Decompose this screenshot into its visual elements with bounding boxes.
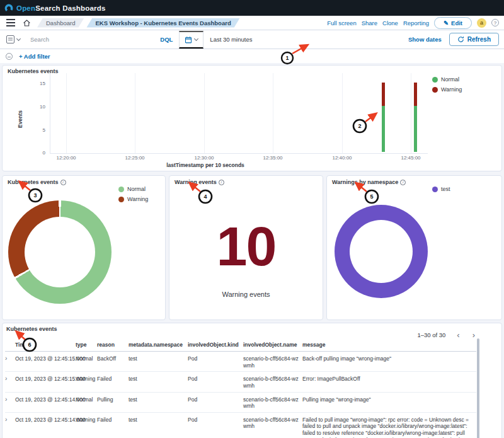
- reporting-link[interactable]: Reporting: [403, 20, 429, 26]
- brand-title: OpenSearch Dashboards: [16, 4, 106, 12]
- gridline: [273, 73, 273, 153]
- normal-bar-segment[interactable]: [414, 106, 417, 152]
- refresh-button[interactable]: Refresh: [449, 33, 499, 46]
- expand-row-icon[interactable]: ›: [5, 413, 15, 425]
- dashboard-content: Kubernetes events Events 15 10 5 0 12:20…: [0, 63, 504, 438]
- pencil-icon: ✎: [444, 20, 449, 26]
- y-axis-label: Events: [17, 110, 23, 128]
- legend-item-warning[interactable]: Warning: [118, 196, 148, 202]
- avatar[interactable]: a: [477, 18, 486, 28]
- x-tick: 12:45:00: [401, 155, 420, 161]
- panel-title[interactable]: Kubernetes events: [6, 326, 57, 332]
- calendar-icon: [185, 36, 192, 43]
- col-name[interactable]: involvedObject.name: [243, 340, 302, 351]
- query-bar: Search DQL Last 30 minutes Show dates Re…: [0, 30, 504, 49]
- gridline: [135, 73, 135, 153]
- info-icon[interactable]: i: [400, 180, 406, 185]
- normal-bar-segment[interactable]: [382, 106, 385, 152]
- panel-kubernetes-events-table: Kubernetes events 1–30 of 30 ‹ › Time ty…: [2, 323, 502, 438]
- pie-legend: test: [432, 186, 450, 192]
- breadcrumb-current-dashboard[interactable]: EKS Workshop - Kubernetes Events Dashboa…: [86, 18, 239, 28]
- search-input[interactable]: Search: [30, 36, 160, 43]
- info-icon[interactable]: i: [60, 180, 66, 185]
- gridline: [411, 73, 411, 153]
- x-tick: 12:20:00: [56, 155, 76, 161]
- events-donut-chart[interactable]: [8, 200, 112, 304]
- y-tick: 5: [33, 127, 45, 133]
- add-filter-button[interactable]: + Add filter: [19, 53, 50, 60]
- clone-link[interactable]: Clone: [382, 20, 398, 26]
- edit-button[interactable]: ✎ Edit: [434, 17, 472, 29]
- panel-warnings-by-namespace: Warnings by namespacei test: [326, 175, 502, 320]
- date-picker-button[interactable]: [179, 31, 203, 49]
- share-link[interactable]: Share: [362, 20, 377, 26]
- home-icon[interactable]: [21, 18, 32, 28]
- query-language-selector[interactable]: [5, 34, 21, 45]
- col-kind[interactable]: involvedObject.kind: [188, 340, 243, 351]
- show-dates-button[interactable]: Show dates: [408, 36, 442, 43]
- x-tick: 12:40:00: [332, 155, 352, 161]
- panel-title[interactable]: Warning eventsi: [175, 179, 224, 185]
- col-type[interactable]: type: [76, 340, 97, 351]
- col-namespace[interactable]: metadata.namespace: [129, 340, 188, 351]
- info-icon[interactable]: i: [219, 180, 224, 185]
- saved-query-icon: [6, 35, 14, 43]
- legend-item-warning[interactable]: Warning: [432, 86, 462, 93]
- expand-row-icon[interactable]: ›: [5, 393, 15, 405]
- stacked-bar[interactable]: [414, 83, 417, 152]
- panel-title[interactable]: Warnings by namespacei: [332, 179, 406, 185]
- y-axis-line: [50, 73, 50, 153]
- y-tick: 15: [33, 81, 45, 86]
- time-range-value[interactable]: Last 30 minutes: [210, 36, 252, 43]
- y-tick: 10: [33, 104, 45, 110]
- filter-circle-icon[interactable]: [6, 53, 13, 60]
- table-scrollbar[interactable]: [477, 338, 479, 438]
- gridline: [342, 73, 343, 153]
- legend-item-test[interactable]: test: [432, 186, 450, 192]
- normal-legend-dot: [432, 77, 438, 83]
- expand-row-icon[interactable]: ›: [5, 372, 15, 384]
- panel-title[interactable]: Kubernetes events: [8, 68, 59, 74]
- x-tick: 12:30:00: [194, 155, 214, 161]
- test-legend-dot: [432, 187, 438, 192]
- expand-row-icon[interactable]: ›: [5, 352, 15, 364]
- menu-icon[interactable]: [5, 21, 16, 25]
- help-icon[interactable]: ?: [491, 19, 499, 26]
- y-tick: 0: [33, 150, 45, 156]
- legend-item-normal[interactable]: Normal: [118, 186, 148, 192]
- col-time[interactable]: Time: [15, 340, 76, 351]
- chevron-down-icon: [194, 37, 198, 41]
- metric-value: 10: [169, 219, 323, 274]
- prev-page-icon[interactable]: ‹: [455, 331, 461, 339]
- events-table: Time type reason metadata.namespace invo…: [5, 340, 476, 438]
- nav-bar: Dashboard EKS Workshop - Kubernetes Even…: [0, 16, 504, 30]
- stacked-bar[interactable]: [382, 83, 385, 152]
- x-tick: 12:25:00: [125, 155, 144, 161]
- col-message[interactable]: message: [302, 340, 476, 351]
- table-row: › Oct 19, 2023 @ 12:45:15.000 Warning Fa…: [5, 372, 476, 392]
- breadcrumb-dashboard[interactable]: Dashboard: [37, 18, 84, 28]
- donut-hole: [25, 217, 95, 287]
- warning-bar-segment[interactable]: [414, 83, 417, 106]
- table-row: › Oct 19, 2023 @ 12:45:14.000 Warning Fa…: [5, 413, 476, 438]
- pagination: 1–30 of 30 ‹ ›: [417, 331, 476, 339]
- opensearch-dashboards-app: OpenSearch Dashboards Dashboard EKS Work…: [0, 0, 504, 438]
- namespace-donut-chart[interactable]: [335, 205, 428, 298]
- x-axis-line: [50, 153, 428, 154]
- dql-button[interactable]: DQL: [160, 36, 173, 43]
- table-row: › Oct 19, 2023 @ 12:45:14.000 Normal Pul…: [5, 393, 476, 413]
- warning-legend-dot: [432, 87, 438, 93]
- next-page-icon[interactable]: ›: [471, 331, 476, 339]
- panel-kubernetes-events-histogram: Kubernetes events Events 15 10 5 0 12:20…: [2, 65, 502, 171]
- legend-item-normal[interactable]: Normal: [432, 76, 462, 83]
- sort-desc-icon: [30, 344, 34, 347]
- top-brand-bar: OpenSearch Dashboards: [0, 0, 504, 16]
- panel-kubernetes-events-pie: Kubernetes eventsi Normal Warning: [2, 175, 166, 320]
- table-row: › Oct 19, 2023 @ 12:45:15.000 Normal Bac…: [5, 352, 476, 372]
- warning-bar-segment[interactable]: [382, 83, 385, 106]
- panel-warning-events-metric: Warning eventsi 10 Warning events: [169, 175, 323, 320]
- col-reason[interactable]: reason: [97, 340, 129, 351]
- normal-legend-dot: [118, 187, 124, 192]
- full-screen-link[interactable]: Full screen: [327, 20, 356, 26]
- panel-title[interactable]: Kubernetes eventsi: [8, 179, 66, 185]
